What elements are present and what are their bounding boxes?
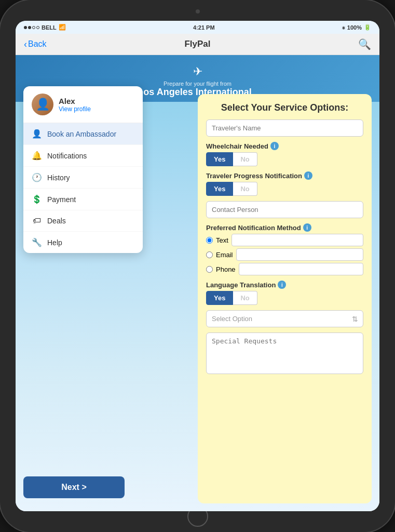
help-icon: 🔧 <box>32 237 42 247</box>
back-chevron-icon: ‹ <box>24 39 27 50</box>
language-select[interactable]: Select Option <box>206 310 363 327</box>
next-button-container: Next > <box>23 476 125 503</box>
status-left: BELL 📶 <box>24 24 66 31</box>
select-wrapper: Select Option ⇅ <box>206 310 363 327</box>
form-title: Select Your Service Options: <box>206 102 363 113</box>
signal-dots <box>24 26 39 29</box>
traveler-name-input[interactable] <box>206 119 363 137</box>
form-panel: Select Your Service Options: Wheelchair … <box>198 94 372 503</box>
back-button[interactable]: ‹ Back <box>24 39 140 50</box>
menu-item-notifications[interactable]: 🔔 Notifications <box>23 145 143 167</box>
phone-radio[interactable] <box>206 266 213 273</box>
next-button[interactable]: Next > <box>23 476 125 498</box>
payment-icon: 💲 <box>32 194 42 204</box>
notifications-label: Notifications <box>47 152 87 160</box>
notification-yes-button[interactable]: Yes <box>206 182 233 196</box>
dropdown-menu: 👤 Alex View profile 👤 Book an Ambassador… <box>23 86 143 253</box>
preferred-info-icon[interactable]: i <box>303 223 311 232</box>
text-radio-label: Text <box>216 236 228 244</box>
wheelchair-section-label: Wheelchair Needed i <box>206 142 363 150</box>
avatar-image: 👤 <box>36 98 50 111</box>
carrier-label: BELL <box>42 24 57 31</box>
contact-person-input[interactable] <box>206 201 363 218</box>
status-bar: BELL 📶 4:21 PM ⁎ 100% 🔋 <box>16 21 379 34</box>
user-name: Alex <box>59 97 91 105</box>
wheelchair-toggle: Yes No <box>206 152 363 166</box>
signal-dot-4 <box>36 26 39 29</box>
text-radio[interactable] <box>206 237 213 244</box>
language-toggle: Yes No <box>206 291 363 305</box>
preferred-method-group: Preferred Notification Method i Text Ema… <box>206 223 363 275</box>
ambassador-label: Book an Ambassador <box>47 130 116 138</box>
email-input-field[interactable] <box>236 248 363 261</box>
main-content: ✈ Prepare for your flight from os Angele… <box>16 55 379 511</box>
language-no-button[interactable]: No <box>233 291 257 305</box>
language-section-label: Language Translation i <box>206 281 363 289</box>
ambassador-icon: 👤 <box>32 129 42 139</box>
status-time: 4:21 PM <box>193 24 215 31</box>
tablet-screen: BELL 📶 4:21 PM ⁎ 100% 🔋 ‹ Back FlyPal 🔍 <box>16 21 379 511</box>
text-input-field[interactable] <box>231 234 363 246</box>
status-right: ⁎ 100% 🔋 <box>342 24 371 31</box>
dropdown-user-section: 👤 Alex View profile <box>23 86 143 123</box>
tablet-device: BELL 📶 4:21 PM ⁎ 100% 🔋 ‹ Back FlyPal 🔍 <box>0 0 395 532</box>
signal-dot-1 <box>24 26 27 29</box>
language-group: Language Translation i Yes No <box>206 281 363 305</box>
wheelchair-info-icon[interactable]: i <box>270 142 279 150</box>
notification-no-button[interactable]: No <box>233 182 257 196</box>
battery-icon: 🔋 <box>364 24 371 31</box>
back-label: Back <box>28 39 47 49</box>
user-avatar: 👤 <box>32 94 53 115</box>
special-requests-group <box>206 332 363 376</box>
phone-input-field[interactable] <box>239 263 363 275</box>
email-radio-row: Email <box>206 248 363 261</box>
view-profile-link[interactable]: View profile <box>59 105 91 113</box>
contact-person-group <box>206 201 363 218</box>
preferred-method-label: Preferred Notification Method i <box>206 223 363 232</box>
select-option-group: Select Option ⇅ <box>206 310 363 327</box>
notifications-icon: 🔔 <box>32 151 42 161</box>
phone-radio-row: Phone <box>206 263 363 275</box>
deals-icon: 🏷 <box>32 216 42 225</box>
email-radio[interactable] <box>206 251 213 258</box>
plane-icon: ✈ <box>193 65 202 78</box>
deals-label: Deals <box>47 217 66 225</box>
wifi-icon: 📶 <box>59 24 66 31</box>
wheelchair-yes-button[interactable]: Yes <box>206 152 233 166</box>
email-radio-label: Email <box>216 251 233 259</box>
language-yes-button[interactable]: Yes <box>206 291 233 305</box>
search-icon: 🔍 <box>358 38 371 50</box>
menu-item-ambassador[interactable]: 👤 Book an Ambassador <box>23 123 143 145</box>
notification-group: Traveler Progress Notification i Yes No <box>206 171 363 196</box>
radio-group: Text Email Phone <box>206 234 363 275</box>
search-button[interactable]: 🔍 <box>255 38 371 50</box>
wheelchair-no-button[interactable]: No <box>233 152 257 166</box>
help-label: Help <box>47 238 62 247</box>
history-icon: 🕐 <box>32 172 42 182</box>
user-info: Alex View profile <box>59 97 91 113</box>
nav-title: FlyPal <box>140 39 255 49</box>
signal-dot-2 <box>28 26 31 29</box>
notification-toggle: Yes No <box>206 182 363 196</box>
history-label: History <box>47 174 70 182</box>
menu-item-help[interactable]: 🔧 Help <box>23 232 143 253</box>
tablet-camera <box>196 9 200 14</box>
notification-info-icon[interactable]: i <box>304 171 312 180</box>
banner-subtitle: Prepare for your flight from <box>164 81 231 87</box>
battery-label: 100% <box>347 24 362 31</box>
bluetooth-icon: ⁎ <box>342 24 345 31</box>
traveler-name-group <box>206 119 363 137</box>
menu-item-deals[interactable]: 🏷 Deals <box>23 210 143 232</box>
signal-dot-3 <box>32 26 35 29</box>
wheelchair-group: Wheelchair Needed i Yes No <box>206 142 363 166</box>
payment-label: Payment <box>47 195 76 204</box>
text-radio-row: Text <box>206 234 363 246</box>
special-requests-textarea[interactable] <box>206 332 363 374</box>
nav-bar: ‹ Back FlyPal 🔍 <box>16 34 379 55</box>
language-info-icon[interactable]: i <box>278 281 286 289</box>
menu-item-history[interactable]: 🕐 History <box>23 167 143 189</box>
menu-item-payment[interactable]: 💲 Payment <box>23 189 143 210</box>
phone-radio-label: Phone <box>216 265 236 273</box>
notification-section-label: Traveler Progress Notification i <box>206 171 363 180</box>
